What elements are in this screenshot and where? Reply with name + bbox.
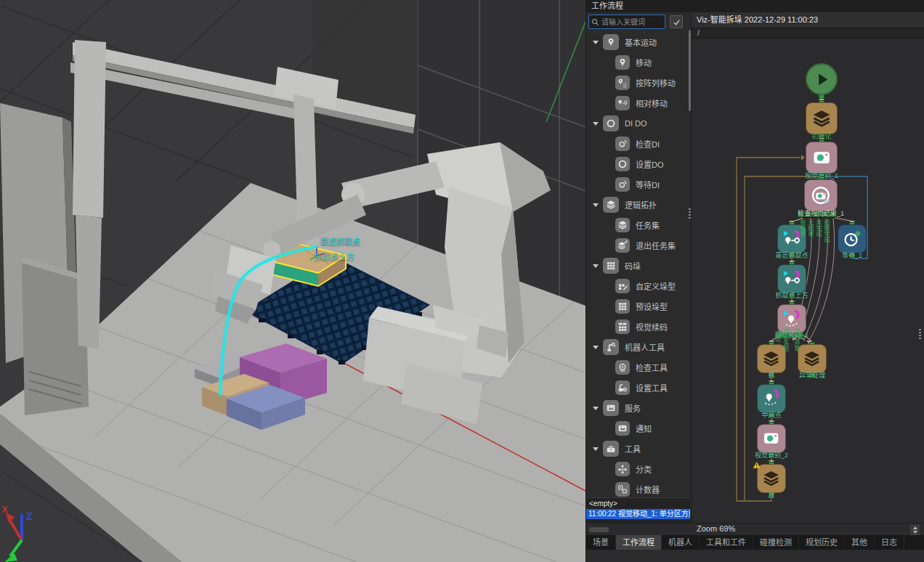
move-icon (782, 269, 801, 288)
search-box[interactable] (588, 15, 665, 29)
flow-node-label: 放 (768, 490, 774, 500)
flow-node-label: 视觉移动_1 (775, 330, 808, 340)
breadcrumb[interactable]: / (692, 28, 924, 38)
tree-item[interactable]: 分类 (586, 459, 689, 479)
tree-group[interactable]: 码垛 (586, 256, 689, 276)
collapse-triangle-icon[interactable] (593, 122, 599, 126)
flow-node-grab[interactable]: 抓 (757, 344, 786, 373)
flow-node-label: 异常处理 (799, 370, 825, 380)
tree-item-label: 通知 (636, 423, 652, 434)
tree-group[interactable]: 逻辑拓扑 (586, 195, 689, 215)
flow-node-check-vision[interactable]: 检查视觉结果_1 (804, 179, 838, 211)
tree-item-label: 设置DO (636, 158, 664, 170)
pin-icon (603, 34, 619, 50)
zoom-increase-icon[interactable] (913, 526, 917, 529)
flow-node-place[interactable]: 放 (757, 464, 786, 493)
flow-node-label: 等待_1 (842, 251, 862, 260)
tab-工具和工件[interactable]: 工具和工件 (700, 535, 753, 550)
flow-node-start-button[interactable] (806, 63, 838, 95)
collapse-triangle-icon[interactable] (593, 203, 599, 207)
search-input[interactable] (601, 18, 665, 26)
tree-item[interactable]: 移动 (586, 52, 689, 73)
flow-node-vision-2[interactable]: 视觉识别_2 (757, 424, 786, 453)
tab-机器人[interactable]: 机器人 (662, 535, 700, 550)
tab-场景[interactable]: 场景 (586, 535, 616, 550)
pallet-icon (603, 258, 619, 274)
collapse-triangle-icon[interactable] (593, 346, 599, 349)
tree-item[interactable]: 退出任务集 (586, 235, 689, 256)
tree-group[interactable]: DI DO (586, 113, 689, 134)
tree-item-label: 视觉续码 (636, 321, 668, 333)
collapse-triangle-icon[interactable] (593, 407, 599, 410)
tree-item[interactable]: 视觉续码 (586, 317, 689, 337)
tree-item[interactable]: 相对移动 (586, 93, 689, 113)
tree-item[interactable]: 自定义垛型 (586, 276, 689, 296)
tree-item[interactable]: 设置工具 (586, 378, 689, 398)
tree-item[interactable]: 计数器 (586, 479, 689, 497)
zoom-decrease-icon[interactable] (913, 531, 917, 534)
tree-group[interactable]: 服务 (586, 398, 689, 418)
tab-其他[interactable]: 其他 (845, 535, 875, 550)
layers-icon (615, 218, 630, 232)
circle-icon (603, 115, 619, 131)
splitter-grip-right[interactable] (919, 329, 921, 341)
tree-item[interactable]: 预设垛型 (586, 296, 689, 317)
flow-node-exception[interactable]: 异常处理 (798, 344, 827, 373)
tree-group[interactable]: 工具 (586, 439, 689, 459)
tree-group[interactable]: 机器人工具 (586, 337, 689, 357)
tree-item[interactable]: 检查工具 (586, 357, 689, 378)
tree-item-label: 按阵列移动 (636, 77, 676, 89)
log-selected-entry[interactable]: 11:00:22 视觉移动_1: 单分区方形 (586, 509, 690, 519)
zoom-stepper[interactable] (909, 524, 920, 536)
camera-icon (811, 147, 832, 168)
collapse-triangle-icon[interactable] (593, 41, 599, 44)
tab-日志[interactable]: 日志 (875, 535, 904, 550)
tree-group-label: 码垛 (625, 260, 641, 272)
collapse-triangle-icon[interactable] (593, 447, 599, 451)
gizmo-z-label: Z (26, 510, 33, 522)
pin-icon (615, 55, 630, 70)
camcheck-icon (809, 184, 832, 206)
search-filter-checkbox[interactable] (670, 15, 683, 28)
flow-node-approach-pick[interactable]: 靠近抓取点 (777, 224, 806, 253)
flowchart-canvas[interactable]: 初始化视觉识别_1检查视觉结果_1靠近抓取点等待_1抓取点上方视觉移动_1抓异常… (692, 38, 924, 523)
flow-node-above-pick[interactable]: 抓取点上方 (777, 264, 806, 293)
flow-node-vision-move-1[interactable]: 视觉移动_1 (777, 304, 806, 333)
step-tree: 基本运动移动按阵列移动相对移动DI DO检查DI设置DO等待DI逻辑拓扑任务集退… (586, 30, 689, 497)
tree-group[interactable]: 基本运动 (586, 32, 689, 52)
tree-group-label: 逻辑拓扑 (625, 199, 657, 211)
project-title: Viz-智能拆垛 2022-12-29 11:00:23 (692, 12, 924, 28)
tree-item[interactable]: 任务集 (586, 215, 689, 235)
flowchart-column: Viz-智能拆垛 2022-12-29 11:00:23 / (691, 12, 924, 523)
tree-group-label: 基本运动 (625, 36, 657, 48)
wait-icon (842, 229, 862, 248)
check-icon (673, 18, 681, 26)
classify-icon (615, 462, 630, 476)
tree-item[interactable]: 按阵列移动 (586, 73, 689, 93)
viewport-3d[interactable]: Z X 靠近抓取点抓取点上方 (0, 0, 585, 562)
tree-group-label: 机器人工具 (625, 341, 665, 353)
vismove-icon (782, 309, 801, 328)
flow-node-wait-1[interactable]: 等待_1 (838, 224, 867, 253)
palletc-icon (615, 279, 630, 293)
flow-node-vision-1[interactable]: 视觉识别_1 (806, 142, 838, 174)
gripper-icon (603, 339, 619, 355)
tab-工作流程[interactable]: 工作流程 (616, 535, 662, 550)
counter-icon (615, 482, 630, 497)
toolset-icon (615, 380, 630, 395)
tree-item[interactable]: 设置DO (586, 154, 689, 174)
flow-node-label: 视觉识别_2 (755, 450, 788, 460)
flow-node-init[interactable]: 初始化 (806, 102, 838, 134)
layersx-icon (615, 238, 630, 253)
tree-item[interactable]: 检查DI (586, 134, 689, 154)
log-empty-entry[interactable]: <empty> (586, 498, 690, 508)
tab-碰撞检测[interactable]: 碰撞检测 (753, 535, 799, 550)
layers-icon (761, 468, 781, 488)
tab-规划历史[interactable]: 规划历史 (799, 535, 845, 550)
tree-item[interactable]: 等待DI (586, 174, 689, 195)
tree-item[interactable]: 通知 (586, 418, 689, 439)
layers-icon (811, 107, 832, 129)
flow-node-mid-point[interactable]: 中间点 (757, 384, 786, 413)
camera-icon (761, 428, 781, 448)
collapse-triangle-icon[interactable] (593, 264, 599, 268)
